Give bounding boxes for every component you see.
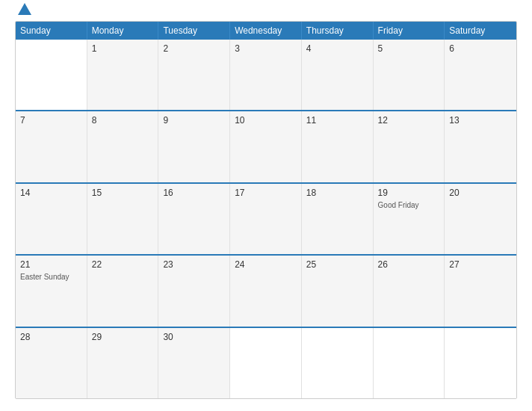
- cell-date: 25: [306, 259, 368, 270]
- cell-date: 11: [306, 115, 368, 126]
- cell-date: 15: [92, 188, 154, 198]
- calendar-header: SundayMondayTuesdayWednesdayThursdayFrid…: [16, 22, 516, 40]
- week-row-0: 123456: [16, 40, 516, 110]
- cell-date: 1: [92, 43, 154, 54]
- day-header-tuesday: Tuesday: [158, 22, 230, 40]
- logo-top: [15, 12, 31, 15]
- cell-date: 29: [92, 332, 154, 342]
- cal-cell: 24: [230, 256, 302, 326]
- cal-cell: [445, 328, 516, 398]
- cal-cell: 29: [87, 328, 159, 398]
- cell-date: 23: [163, 259, 225, 270]
- week-row-4: 282930: [16, 327, 516, 398]
- week-row-2: 141516171819Good Friday20: [16, 182, 516, 254]
- calendar: SundayMondayTuesdayWednesdayThursdayFrid…: [15, 21, 517, 399]
- cal-cell: 25: [302, 256, 374, 326]
- cal-cell: 3: [230, 40, 302, 110]
- cal-cell: 10: [230, 111, 302, 182]
- cell-date: 26: [378, 259, 440, 270]
- cell-event: Good Friday: [378, 201, 440, 209]
- cal-cell: 8: [87, 111, 159, 182]
- cell-date: 13: [449, 115, 512, 126]
- cal-cell: 13: [445, 111, 516, 182]
- cal-cell: 1: [87, 40, 159, 110]
- cell-date: 2: [163, 43, 225, 54]
- cal-cell: 15: [87, 184, 159, 254]
- cell-date: 5: [378, 43, 440, 54]
- cell-date: 16: [163, 188, 225, 198]
- day-header-saturday: Saturday: [445, 22, 516, 40]
- cal-cell: 16: [158, 184, 230, 254]
- cell-date: 17: [235, 188, 297, 198]
- week-row-1: 78910111213: [16, 110, 516, 182]
- cal-cell: 12: [374, 111, 445, 182]
- cell-date: 30: [163, 332, 225, 342]
- cal-cell: 17: [230, 184, 302, 254]
- cell-date: 18: [306, 188, 368, 198]
- cell-date: 27: [449, 259, 512, 270]
- cal-cell: 14: [16, 184, 87, 254]
- day-header-sunday: Sunday: [16, 22, 87, 40]
- cell-date: 20: [449, 188, 512, 198]
- cell-date: 7: [20, 115, 82, 126]
- cal-cell: 28: [16, 328, 87, 398]
- cal-cell: 22: [87, 256, 159, 326]
- page: SundayMondayTuesdayWednesdayThursdayFrid…: [0, 0, 532, 411]
- day-header-monday: Monday: [87, 22, 159, 40]
- cell-date: 6: [449, 43, 512, 54]
- cal-cell: 27: [445, 256, 516, 326]
- cal-cell: 19Good Friday: [374, 184, 445, 254]
- logo: [15, 12, 31, 13]
- cal-cell: [230, 328, 302, 398]
- cell-date: 28: [20, 332, 82, 342]
- cal-cell: 21Easter Sunday: [16, 256, 87, 326]
- cell-date: 24: [235, 259, 297, 270]
- cell-date: 14: [20, 188, 82, 198]
- cell-date: 22: [92, 259, 154, 270]
- cal-cell: 2: [158, 40, 230, 110]
- cal-cell: [374, 328, 445, 398]
- day-header-thursday: Thursday: [302, 22, 374, 40]
- cell-date: 12: [378, 115, 440, 126]
- day-header-wednesday: Wednesday: [230, 22, 302, 40]
- cell-event: Easter Sunday: [20, 273, 82, 281]
- week-row-3: 21Easter Sunday222324252627: [16, 254, 516, 326]
- cell-date: 21: [20, 259, 82, 270]
- cell-date: 19: [378, 188, 440, 198]
- cal-cell: 26: [374, 256, 445, 326]
- cal-cell: 6: [445, 40, 516, 110]
- cell-date: 4: [306, 43, 368, 54]
- cal-cell: 30: [158, 328, 230, 398]
- calendar-body: 12345678910111213141516171819Good Friday…: [16, 40, 516, 398]
- cell-date: 8: [92, 115, 154, 126]
- cal-cell: 23: [158, 256, 230, 326]
- cal-cell: 4: [302, 40, 374, 110]
- cal-cell: [302, 328, 374, 398]
- cell-date: 3: [235, 43, 297, 54]
- cal-cell: [16, 40, 87, 110]
- header: [15, 12, 517, 13]
- cal-cell: 18: [302, 184, 374, 254]
- cal-cell: 20: [445, 184, 516, 254]
- cal-cell: 9: [158, 111, 230, 182]
- cell-date: 10: [235, 115, 297, 126]
- cal-cell: 5: [374, 40, 445, 110]
- logo-triangle-icon: [18, 3, 31, 15]
- cal-cell: 7: [16, 111, 87, 182]
- day-header-friday: Friday: [374, 22, 445, 40]
- cell-date: 9: [163, 115, 225, 126]
- cal-cell: 11: [302, 111, 374, 182]
